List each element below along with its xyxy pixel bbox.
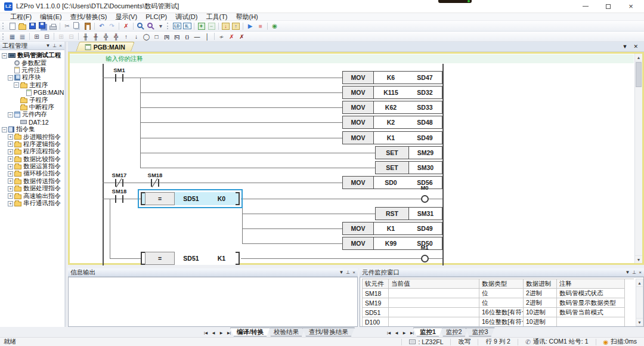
stop-icon[interactable]: ■ bbox=[255, 21, 265, 30]
tree-item-串行通讯指令[interactable]: +串行通讯指令 bbox=[0, 200, 64, 207]
watch-cell[interactable]: 数码管当前模式 bbox=[557, 308, 625, 317]
new-file-icon[interactable] bbox=[7, 21, 17, 30]
zoom-out-icon[interactable]: − bbox=[206, 21, 216, 30]
open-contact-icon[interactable]: ╫ bbox=[80, 32, 91, 41]
falling-edge-icon[interactable]: ↓ bbox=[131, 32, 141, 41]
watch-row-SD51[interactable]: SD5116位整数[有符号]10进制数码管当前模式 bbox=[363, 308, 634, 317]
brace-icon[interactable]: { } bbox=[182, 32, 192, 41]
coil-icon[interactable]: ◯ bbox=[141, 32, 151, 41]
tree-item-指令集[interactable]: −指令集 bbox=[0, 126, 64, 133]
vline-icon[interactable]: │ bbox=[202, 32, 212, 41]
delete-elem-icon[interactable]: ✗ bbox=[227, 32, 237, 41]
info-tab-校验结果[interactable]: 校验结果 bbox=[267, 328, 305, 336]
watch-cell[interactable]: 16位整数[有符号] bbox=[479, 317, 524, 326]
ladder-editor-canvas[interactable]: 输入你的注释SM1SM17SM18SM18MOVK6SD47MOVK115SD3… bbox=[68, 52, 644, 265]
watch-close-icon[interactable]: × bbox=[639, 270, 642, 275]
compare-block-SD51-K1[interactable]: =SD51K1 bbox=[141, 252, 240, 265]
tree-item-参数配置[interactable]: 参数配置 bbox=[0, 59, 64, 66]
watch-scrollbar[interactable]: ▲ ▼ bbox=[636, 279, 643, 326]
info-nav-2-icon[interactable]: ◀ bbox=[210, 329, 217, 336]
watch-cell[interactable]: 数码管显示数据类型 bbox=[557, 298, 625, 308]
delete-icon[interactable]: ✗ bbox=[121, 21, 131, 30]
tree-item-数据运算指令[interactable]: +数据运算指令 bbox=[0, 163, 64, 170]
download-program-icon[interactable]: ↓ bbox=[221, 21, 231, 30]
watch-row-SM18[interactable]: SM18位2进制数码管模式状态 bbox=[363, 289, 634, 298]
cut-icon[interactable]: ✂ bbox=[62, 21, 72, 30]
compare-block-SD51-K0[interactable]: =SD51K0 bbox=[141, 192, 240, 205]
tree-item-数码管测试工程[interactable]: −数码管测试工程 bbox=[0, 52, 64, 59]
parallel-closed-contact-icon[interactable]: ╬∕ bbox=[111, 32, 121, 41]
watch-nav-3-icon[interactable]: ▶ bbox=[401, 329, 408, 336]
tree-expand-icon[interactable]: + bbox=[8, 156, 13, 162]
watch-nav-1-icon[interactable]: |◀ bbox=[385, 329, 392, 336]
watch-cell[interactable]: 2进制 bbox=[524, 289, 557, 298]
watch-tab-监控3[interactable]: 监控3 bbox=[466, 328, 495, 336]
instruction-view-icon[interactable]: IL bbox=[182, 21, 192, 30]
function-block-icon[interactable]: □ bbox=[151, 32, 162, 41]
watch-tab-监控2[interactable]: 监控2 bbox=[439, 328, 469, 336]
tree-item-数据比较指令[interactable]: +数据比较指令 bbox=[0, 155, 64, 162]
tree-item-主程序[interactable]: −主程序 bbox=[0, 82, 64, 89]
tree-item-高速输出指令[interactable]: +高速输出指令 bbox=[0, 192, 64, 199]
menu-item-4[interactable]: 显示(V) bbox=[111, 13, 141, 21]
editor-vertical-scrollbar[interactable]: ▲ ▼ bbox=[634, 54, 642, 263]
set-coil-icon[interactable]: [S] bbox=[162, 32, 172, 41]
print-icon[interactable] bbox=[48, 21, 58, 30]
menu-item-5[interactable]: PLC(P) bbox=[141, 13, 171, 21]
tab-pgb-main[interactable]: PGB:MAIN bbox=[76, 42, 135, 51]
watch-cell[interactable] bbox=[389, 308, 479, 317]
watch-row-SM19[interactable]: SM19位2进制数码管显示数据类型 bbox=[363, 298, 634, 308]
watch-row-D100[interactable]: D10016位整数[有符号]10进制 bbox=[363, 317, 634, 326]
menu-item-2[interactable]: 编辑(E) bbox=[36, 13, 66, 21]
watch-cell[interactable]: 10进制 bbox=[524, 317, 557, 326]
watch-scroll-down-icon[interactable]: ▼ bbox=[636, 318, 643, 326]
instruction-MOV[interactable]: MOVK1SD49 bbox=[342, 131, 442, 144]
tree-item-元件内存[interactable]: −元件内存 bbox=[0, 111, 64, 118]
ladder-convert-all-icon[interactable]: ▦ bbox=[17, 32, 27, 41]
tree-dropdown-icon[interactable]: ▼ bbox=[45, 43, 50, 48]
instruction-MOV[interactable]: MOVK2SD48 bbox=[342, 116, 442, 129]
watch-pin-icon[interactable]: ⊥ bbox=[632, 270, 636, 275]
instruction-MOV[interactable]: MOVK62SD33 bbox=[342, 101, 442, 114]
tree-item-程序块[interactable]: −程序块 bbox=[0, 74, 64, 81]
watch-tab-监控1[interactable]: 监控1 bbox=[413, 328, 442, 336]
watch-nav-2-icon[interactable]: ◀ bbox=[393, 329, 400, 336]
tree-expand-icon[interactable]: + bbox=[8, 193, 13, 199]
tree-item-循环移位指令[interactable]: +循环移位指令 bbox=[0, 170, 64, 177]
tab-close-icon[interactable]: ✕ bbox=[633, 44, 638, 50]
info-close-icon[interactable]: × bbox=[352, 270, 355, 275]
tree-item-DAT:12[interactable]: DAT:12 bbox=[0, 119, 64, 126]
tree-expand-icon[interactable]: + bbox=[8, 164, 13, 169]
info-tab-查找/替换结果[interactable]: 查找/替换结果 bbox=[302, 328, 355, 336]
watch-column-2[interactable]: 当前值 bbox=[389, 279, 479, 289]
instruction-SET[interactable]: SETSM29 bbox=[375, 146, 442, 159]
instruction-MOV[interactable]: MOVK6SD47 bbox=[342, 71, 442, 84]
tree-expand-icon[interactable]: − bbox=[2, 53, 7, 58]
delete-block-icon[interactable]: ✗ bbox=[237, 32, 247, 41]
coil-M0[interactable] bbox=[421, 195, 429, 203]
minimize-button[interactable] bbox=[582, 3, 589, 10]
tree-expand-icon[interactable]: + bbox=[8, 201, 13, 206]
ladder-convert-icon[interactable]: ▦ bbox=[7, 32, 17, 41]
watch-column-1[interactable]: 软元件 bbox=[363, 279, 389, 289]
watch-cell[interactable] bbox=[557, 317, 625, 326]
watch-scroll-up-icon[interactable]: ▲ bbox=[636, 279, 643, 287]
redo-icon[interactable]: ↷ bbox=[107, 21, 117, 30]
watch-cell[interactable]: SD51 bbox=[363, 308, 389, 317]
find-icon[interactable] bbox=[135, 21, 145, 30]
tree-expand-icon[interactable]: + bbox=[8, 171, 13, 177]
watch-column-5[interactable]: 注释 bbox=[557, 279, 625, 289]
rising-edge-icon[interactable]: ↑ bbox=[121, 32, 131, 41]
watch-cell[interactable]: SM18 bbox=[363, 289, 389, 298]
rung-comment[interactable]: 输入你的注释 bbox=[70, 54, 634, 63]
coil-M1[interactable] bbox=[421, 255, 429, 262]
insert-row-icon[interactable]: ⊞ bbox=[32, 32, 42, 41]
tree-expand-icon[interactable]: + bbox=[8, 178, 13, 184]
save-icon[interactable] bbox=[27, 21, 38, 30]
ladder-view-icon[interactable]: LD bbox=[172, 21, 182, 30]
info-dropdown-icon[interactable]: ▼ bbox=[339, 270, 343, 275]
undo-icon[interactable]: ↶ bbox=[97, 21, 107, 30]
info-nav-1-icon[interactable]: |◀ bbox=[202, 329, 209, 336]
instruction-RST[interactable]: RSTSM31 bbox=[375, 207, 442, 220]
tree-item-元件注释[interactable]: 元件注释 bbox=[0, 67, 64, 74]
